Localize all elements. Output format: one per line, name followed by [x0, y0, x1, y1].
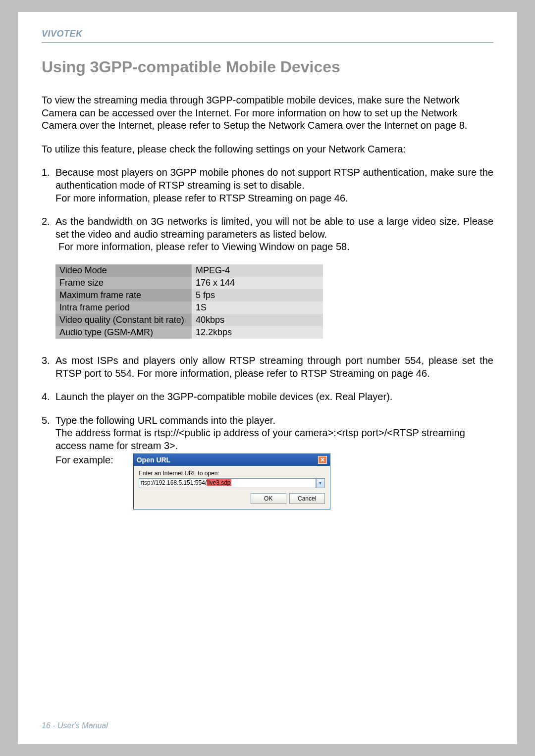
dialog-titlebar: Open URL ✕	[134, 454, 330, 466]
dialog-body: Enter an Internet URL to open: rtsp://19…	[134, 466, 330, 509]
setting-value: 40kbps	[192, 314, 323, 326]
list-number: 1.	[42, 166, 55, 192]
dialog-field-label: Enter an Internet URL to open:	[139, 470, 325, 477]
dialog-button-row: OK Cancel	[139, 493, 325, 504]
intro-paragraph: To view the streaming media through 3GPP…	[42, 94, 493, 132]
table-row: Audio type (GSM-AMR) 12.2kbps	[55, 326, 323, 339]
setting-value: 176 x 144	[192, 277, 323, 289]
list-item-1: 1. Because most players on 3GPP mobile p…	[42, 166, 493, 204]
list-item-4: 4. Launch the player on the 3GPP-compati…	[42, 391, 493, 403]
example-row: For example: Open URL ✕ Enter an Interne…	[42, 454, 493, 509]
setting-value: 5 fps	[192, 289, 323, 302]
setting-label: Frame size	[55, 277, 192, 289]
table-row: Intra frame period 1S	[55, 302, 323, 314]
setting-label: Video quality (Constant bit rate)	[55, 314, 192, 326]
table-row: Maximum frame rate 5 fps	[55, 289, 323, 302]
header-rule	[42, 42, 493, 43]
list-body: Launch the player on the 3GPP-compatible…	[55, 391, 493, 403]
setting-label: Maximum frame rate	[55, 289, 192, 302]
list-number: 2.	[42, 215, 55, 241]
setting-value: 12.2kbps	[192, 326, 323, 339]
list-item-2: 2. As the bandwidth on 3G networks is li…	[42, 215, 493, 253]
dropdown-button[interactable]: ▾	[316, 478, 325, 488]
list-number: 4.	[42, 391, 55, 403]
setting-label: Intra frame period	[55, 302, 192, 314]
list-body: As the bandwidth on 3G networks is limit…	[55, 215, 493, 241]
setting-label: Audio type (GSM-AMR)	[55, 326, 192, 339]
page-footer: 16 - User's Manual	[42, 721, 108, 730]
list-number: 5.	[42, 414, 55, 427]
ok-button[interactable]: OK	[251, 493, 286, 504]
brand-header: VIVOTEK	[42, 29, 493, 39]
close-icon: ✕	[320, 457, 325, 463]
list-number: 3.	[42, 354, 55, 380]
setting-value: 1S	[192, 302, 323, 314]
table-row: Video quality (Constant bit rate) 40kbps	[55, 314, 323, 326]
dialog-title: Open URL	[137, 456, 170, 464]
url-highlight: live3.sdp	[207, 479, 231, 486]
list-body: Because most players on 3GPP mobile phon…	[55, 166, 493, 192]
list-continuation: The address format is rtsp://<public ip …	[42, 427, 493, 452]
url-input-row: rtsp://192.168.5.151:554/live3.sdp ▾	[139, 478, 325, 488]
open-url-dialog: Open URL ✕ Enter an Internet URL to open…	[133, 454, 330, 509]
list-body: Type the following URL commands into the…	[55, 414, 493, 427]
list-item-5: 5. Type the following URL commands into …	[42, 414, 493, 453]
settings-table: Video Mode MPEG-4 Frame size 176 x 144 M…	[55, 264, 323, 339]
close-button[interactable]: ✕	[318, 456, 327, 464]
url-input[interactable]: rtsp://192.168.5.151:554/live3.sdp	[139, 478, 316, 488]
utilize-paragraph: To utilize this feature, please check th…	[42, 143, 493, 156]
table-row: Frame size 176 x 144	[55, 277, 323, 289]
section-title: Using 3GPP-compatible Mobile Devices	[42, 58, 493, 76]
list-continuation: For more information, please refer to Vi…	[42, 241, 493, 253]
example-label: For example:	[42, 454, 113, 509]
url-prefix: rtsp://192.168.5.151:554/	[141, 479, 207, 486]
cancel-button[interactable]: Cancel	[289, 493, 325, 504]
document-page: VIVOTEK Using 3GPP-compatible Mobile Dev…	[18, 12, 517, 744]
setting-label: Video Mode	[55, 264, 192, 277]
setting-value: MPEG-4	[192, 264, 323, 277]
table-row: Video Mode MPEG-4	[55, 264, 323, 277]
list-continuation: For more information, please refer to RT…	[42, 192, 493, 205]
list-body: As most ISPs and players only allow RTSP…	[55, 354, 493, 380]
list-item-3: 3. As most ISPs and players only allow R…	[42, 354, 493, 380]
chevron-down-icon: ▾	[319, 480, 321, 486]
